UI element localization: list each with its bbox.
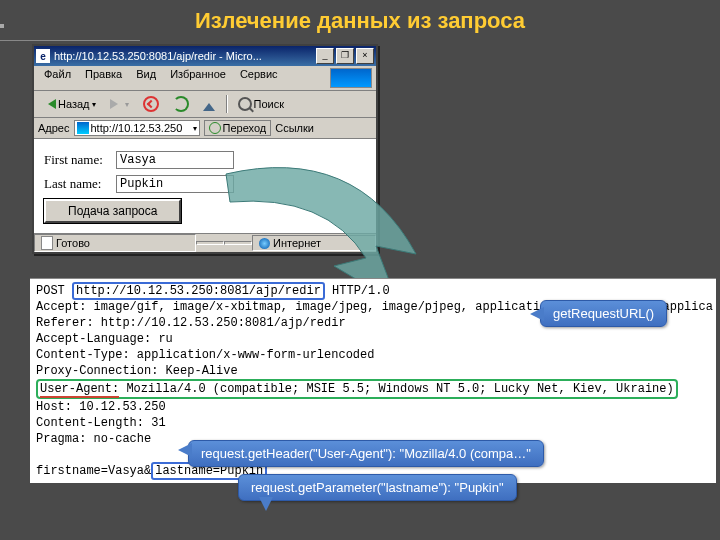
menu-favorites[interactable]: Избранное <box>164 68 232 88</box>
http-version: HTTP/1.0 <box>325 284 390 298</box>
submit-button[interactable]: Подача запроса <box>44 199 181 223</box>
last-name-label: Last name: <box>44 176 112 192</box>
callout-getparameter: request.getParameter("lastname"): "Pupki… <box>238 474 517 501</box>
http-url: http://10.12.53.250:8081/ajp/redir <box>72 282 325 300</box>
toolbar-separator <box>226 95 227 113</box>
http-body-a: firstname=Vasya& <box>36 464 151 478</box>
minimize-button[interactable]: _ <box>316 48 334 64</box>
slide-divider <box>0 40 140 41</box>
globe-icon <box>259 238 270 249</box>
status-cell <box>224 241 252 245</box>
callout-getheader: request.getHeader("User-Agent"): "Mozill… <box>188 440 544 467</box>
stop-button[interactable] <box>138 93 164 115</box>
http-pragma: Pragma: no-cache <box>36 432 151 446</box>
home-icon <box>203 97 215 111</box>
menu-file[interactable]: Файл <box>38 68 77 88</box>
first-name-input[interactable]: Vasya <box>116 151 234 169</box>
callout-tail-icon <box>259 497 273 518</box>
search-icon <box>238 97 252 111</box>
chevron-down-icon[interactable]: ▾ <box>193 124 197 133</box>
menu-edit[interactable]: Правка <box>79 68 128 88</box>
ie-icon: e <box>36 49 50 63</box>
menu-tools[interactable]: Сервис <box>234 68 284 88</box>
http-proxy-connection: Proxy-Connection: Keep-Alive <box>36 364 238 378</box>
slide-title: Излечение данных из запроса <box>0 8 720 34</box>
status-bar: Готово Интернет <box>34 233 376 252</box>
first-name-row: First name: Vasya <box>44 151 366 169</box>
status-zone-label: Интернет <box>273 237 321 249</box>
http-accept-language: Accept-Language: ru <box>36 332 173 346</box>
go-button[interactable]: Переход <box>204 120 272 136</box>
status-zone: Интернет <box>252 235 376 251</box>
status-cell <box>196 241 224 245</box>
page-icon <box>77 122 89 134</box>
http-host: Host: 10.12.53.250 <box>36 400 166 414</box>
go-icon <box>209 122 221 134</box>
links-label[interactable]: Ссылки <box>275 122 314 134</box>
forward-button[interactable]: ▾ <box>105 96 134 112</box>
window-title: http://10.12.53.250:8081/ajp/redir - Mic… <box>54 50 314 62</box>
last-name-input[interactable]: Pupkin <box>116 175 234 193</box>
search-button[interactable]: Поиск <box>233 94 289 114</box>
chevron-down-icon: ▾ <box>92 100 96 109</box>
http-user-agent-key: User-Agent: <box>40 382 119 398</box>
address-bar: Адрес http://10.12.53.250 ▾ Переход Ссыл… <box>34 118 376 139</box>
http-content-length: Content-Length: 31 <box>36 416 166 430</box>
address-value: http://10.12.53.250 <box>91 122 183 134</box>
callout-text: getRequestURL() <box>553 306 654 321</box>
document-icon <box>41 236 53 250</box>
callout-getrequesturl: getRequestURL() <box>540 300 667 327</box>
callout-text: request.getParameter("lastname"): "Pupki… <box>251 480 504 495</box>
back-label: Назад <box>58 98 90 110</box>
close-button[interactable]: × <box>356 48 374 64</box>
address-label: Адрес <box>38 122 70 134</box>
http-method: POST <box>36 284 72 298</box>
http-user-agent-val: Mozilla/4.0 (compatible; MSIE 5.5; Windo… <box>119 382 674 396</box>
search-label: Поиск <box>254 98 284 110</box>
http-content-type: Content-Type: application/x-www-form-url… <box>36 348 374 362</box>
refresh-button[interactable] <box>168 93 194 115</box>
status-ready: Готово <box>34 234 196 252</box>
callout-tail-icon <box>171 443 192 457</box>
toolbar: Назад ▾ ▾ Поиск <box>34 91 376 118</box>
maximize-button[interactable]: ❐ <box>336 48 354 64</box>
callout-text: request.getHeader("User-Agent"): "Mozill… <box>201 446 531 461</box>
chevron-down-icon: ▾ <box>125 100 129 109</box>
http-referer: Referer: http://10.12.53.250:8081/ajp/re… <box>36 316 346 330</box>
menubar: Файл Правка Вид Избранное Сервис <box>34 66 376 91</box>
arrow-right-icon <box>110 99 123 109</box>
callout-tail-icon <box>523 307 544 321</box>
page-content: First name: Vasya Last name: Pupkin Пода… <box>34 139 376 233</box>
arrow-left-icon <box>43 99 56 109</box>
stop-icon <box>143 96 159 112</box>
last-name-row: Last name: Pupkin <box>44 175 366 193</box>
back-button[interactable]: Назад ▾ <box>38 95 101 113</box>
titlebar: e http://10.12.53.250:8081/ajp/redir - M… <box>34 46 376 66</box>
ie-throbber-icon <box>330 68 372 88</box>
status-ready-label: Готово <box>56 237 90 249</box>
first-name-label: First name: <box>44 152 112 168</box>
refresh-icon <box>173 96 189 112</box>
browser-window: e http://10.12.53.250:8081/ajp/redir - M… <box>32 44 378 254</box>
home-button[interactable] <box>198 94 220 114</box>
http-user-agent-line: User-Agent: Mozilla/4.0 (compatible; MSI… <box>36 379 678 399</box>
address-input[interactable]: http://10.12.53.250 ▾ <box>74 120 200 136</box>
go-label: Переход <box>223 122 267 134</box>
menu-view[interactable]: Вид <box>130 68 162 88</box>
